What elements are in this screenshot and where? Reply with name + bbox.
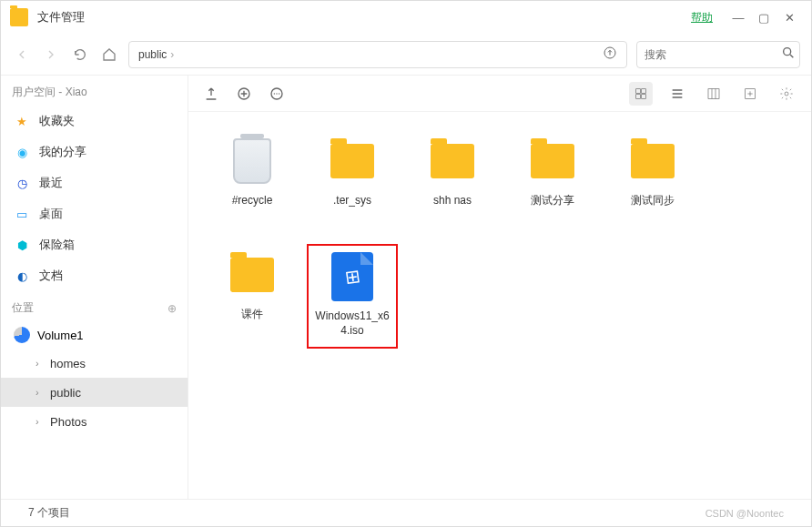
file-label: .ter_sys: [330, 194, 375, 208]
nav-bar: public ›: [1, 34, 811, 76]
tree-item-photos[interactable]: ›Photos: [1, 407, 188, 436]
chevron-right-icon: ›: [36, 416, 45, 427]
iso-file-icon: ⊞: [331, 252, 373, 301]
help-link[interactable]: 帮助: [691, 10, 713, 25]
upload-button[interactable]: [201, 84, 221, 104]
doc-icon: ◐: [14, 268, 30, 284]
breadcrumb-item[interactable]: public: [138, 48, 167, 61]
search-box[interactable]: [636, 41, 800, 68]
svg-point-4: [274, 93, 275, 94]
chevron-right-icon: ›: [36, 387, 45, 398]
sidebar-item-label: 保险箱: [39, 237, 75, 253]
back-button[interactable]: [12, 45, 32, 65]
sidebar-item-desktop[interactable]: ▭桌面: [1, 198, 188, 229]
chevron-right-icon: ›: [36, 358, 45, 369]
svg-point-5: [276, 93, 277, 94]
recycle-bin-icon: [233, 138, 271, 184]
windows-glyph-icon: ⊞: [343, 265, 361, 289]
main-pane: #recycle.ter_sysshh nas测试分享测试同步课件⊞Window…: [188, 76, 811, 499]
sidebar-item-share[interactable]: ◉我的分享: [1, 137, 188, 167]
address-bar[interactable]: public ›: [128, 41, 627, 68]
svg-rect-10: [642, 94, 646, 98]
file-grid: #recycle.ter_sysshh nas测试分享测试同步课件⊞Window…: [188, 112, 811, 499]
tree-item-label: homes: [50, 357, 86, 370]
panel-view-button[interactable]: [702, 82, 726, 106]
file-label: shh nas: [430, 194, 475, 208]
sidebar-item-label: 收藏夹: [39, 113, 75, 129]
app-icon: [10, 8, 28, 26]
folder-icon: [230, 258, 274, 292]
sidebar-item-favorites[interactable]: ★收藏夹: [1, 106, 188, 137]
title-bar: 文件管理 帮助 — ▢ ✕: [1, 1, 811, 34]
search-input[interactable]: [645, 48, 781, 61]
sidebar-location-title: 位置: [12, 300, 34, 316]
sidebar-user-section: 用户空间 - Xiao: [1, 76, 188, 106]
file-item[interactable]: shh nas: [407, 130, 498, 235]
app-title: 文件管理: [37, 9, 85, 25]
new-window-button[interactable]: [738, 82, 762, 106]
file-label: Windows11_x64.iso: [309, 309, 396, 338]
toolbar: [188, 76, 811, 112]
item-count: 7 个项目: [28, 505, 70, 521]
sidebar-item-label: 桌面: [39, 206, 63, 222]
maximize-button[interactable]: ▢: [751, 5, 776, 30]
home-button[interactable]: [99, 45, 119, 65]
file-item[interactable]: #recycle: [207, 130, 298, 235]
list-view-button[interactable]: [665, 82, 689, 106]
folder-icon: [631, 144, 675, 178]
file-item[interactable]: 课件: [207, 244, 298, 349]
status-bar: 7 个项目 CSDN @Noontec: [1, 499, 811, 526]
up-level-button[interactable]: [603, 46, 617, 63]
sidebar-item-label: 文档: [39, 268, 63, 284]
svg-point-6: [279, 93, 279, 94]
file-item[interactable]: .ter_sys: [307, 130, 398, 235]
tree-item-label: Photos: [50, 415, 86, 429]
more-button[interactable]: [267, 84, 287, 104]
vault-icon: ⬢: [14, 237, 30, 253]
folder-icon: [431, 144, 474, 178]
volume-icon: [14, 327, 30, 343]
refresh-button[interactable]: [70, 45, 90, 65]
sidebar-item-label: 我的分享: [39, 144, 86, 160]
svg-rect-9: [636, 94, 641, 98]
sidebar-item-vault[interactable]: ⬢保险箱: [1, 229, 188, 260]
add-location-button[interactable]: ⊕: [167, 302, 177, 315]
star-icon: ★: [14, 113, 30, 129]
new-button[interactable]: [234, 84, 254, 104]
search-icon: [781, 46, 796, 64]
chevron-right-icon: ›: [170, 48, 174, 61]
forward-button[interactable]: [41, 45, 61, 65]
file-label: 测试同步: [627, 194, 678, 208]
folder-icon: [531, 144, 574, 178]
sidebar-item-label: 最近: [39, 175, 63, 191]
sidebar-item-documents[interactable]: ◐文档: [1, 260, 188, 291]
svg-point-13: [785, 92, 788, 96]
share-icon: ◉: [14, 144, 30, 160]
file-label: 测试分享: [527, 194, 578, 208]
sidebar-user-title: 用户空间 - Xiao: [12, 85, 87, 100]
svg-rect-7: [636, 88, 641, 93]
watermark: CSDN @Noontec: [705, 508, 784, 519]
folder-icon: [330, 144, 374, 178]
grid-view-button[interactable]: [629, 82, 653, 106]
tree-item-label: public: [50, 386, 81, 400]
sidebar-location-section: 位置 ⊕: [1, 291, 188, 321]
file-label: 课件: [238, 308, 267, 322]
sidebar-item-recent[interactable]: ◷最近: [1, 167, 188, 198]
file-item[interactable]: 测试分享: [507, 130, 598, 235]
svg-rect-11: [708, 88, 719, 98]
settings-button[interactable]: [775, 82, 798, 106]
clock-icon: ◷: [14, 175, 30, 191]
volume-label: Volume1: [37, 329, 84, 342]
file-label: #recycle: [228, 194, 277, 208]
tree-item-homes[interactable]: ›homes: [1, 349, 188, 378]
close-button[interactable]: ✕: [776, 5, 802, 30]
minimize-button[interactable]: —: [726, 5, 751, 30]
svg-point-1: [784, 47, 791, 55]
svg-rect-8: [642, 88, 646, 93]
file-item[interactable]: 测试同步: [607, 130, 698, 235]
file-item[interactable]: ⊞Windows11_x64.iso: [307, 244, 398, 349]
sidebar-volume[interactable]: Volume1: [1, 321, 188, 349]
tree-item-public[interactable]: ›public: [1, 378, 188, 407]
sidebar: 用户空间 - Xiao ★收藏夹 ◉我的分享 ◷最近 ▭桌面 ⬢保险箱 ◐文档 …: [1, 76, 188, 499]
